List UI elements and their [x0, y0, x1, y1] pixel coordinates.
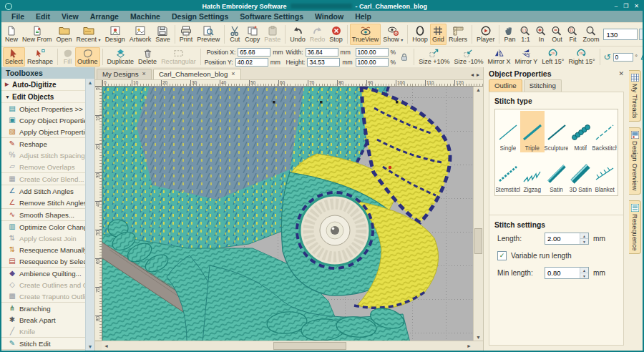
scale-x-input[interactable]	[356, 48, 389, 57]
toolbox-item[interactable]: ▦ Create Color Blend...	[1, 172, 85, 185]
scroll-up-icon[interactable]: ▲	[88, 80, 93, 85]
rotate-angle-input[interactable]	[613, 53, 633, 62]
save-button[interactable]: Save	[153, 24, 172, 45]
toolbox-item[interactable]: ✎ Reshape	[1, 137, 85, 150]
close-tab-icon[interactable]: ×	[142, 71, 146, 77]
width-input[interactable]	[306, 48, 338, 57]
stitch-option-single[interactable]: Single	[496, 111, 520, 152]
toolbox-item[interactable]: ◇ Create Outlines and Of...	[1, 279, 85, 290]
artwork-button[interactable]: Artwork	[127, 24, 154, 45]
new-from-button[interactable]: New From	[20, 24, 54, 45]
rotate-left-15-button[interactable]: 15°Left 15°	[540, 47, 566, 67]
mirror-y-button[interactable]: Mirror Y	[512, 47, 540, 67]
toolbox-item[interactable]: ✱ Break Apart	[1, 314, 85, 326]
lock-proportions-button[interactable]	[397, 47, 411, 67]
close-panel-icon[interactable]: ✕	[618, 70, 624, 77]
grid-button[interactable]: Grid	[430, 24, 447, 45]
outline-button[interactable]: Outline	[75, 47, 100, 67]
toolbox-item[interactable]: ∠ Remove Stitch Angles	[1, 197, 85, 208]
toolbox-item[interactable]: ∿ Smooth Shapes...	[1, 208, 85, 220]
toolbox-item[interactable]: ▥ Optimize Color Chang...	[1, 220, 85, 233]
size-up-button[interactable]: Size +10%	[416, 47, 452, 67]
stitch-option-3d-satin[interactable]: 3D Satin	[568, 152, 592, 194]
toolbox-item[interactable]: % Adjust Stitch Spacing...	[1, 150, 85, 161]
restore-button[interactable]: ❐	[623, 3, 628, 9]
tab-scroll-left-icon[interactable]: ◂	[471, 72, 474, 78]
rectangular-select-button[interactable]: Rectangular	[159, 47, 198, 67]
recent-button[interactable]: Recent ▾	[74, 24, 103, 45]
menu-item[interactable]: Edit	[30, 12, 56, 21]
undo-button[interactable]: Undo	[288, 24, 308, 45]
stitch-option-triple[interactable]: Triple	[520, 111, 545, 152]
duplicate-button[interactable]: Duplicate	[105, 47, 137, 67]
zoom-tool-button[interactable]: Zoom	[580, 24, 601, 45]
reshape-button[interactable]: Reshape	[25, 47, 55, 67]
mirror-x-button[interactable]: Mirror X	[485, 47, 512, 67]
horizontal-scrollbar[interactable]: ◄ ►	[102, 341, 474, 351]
spin-up-icon[interactable]: ▲	[580, 233, 588, 239]
tab-stitching[interactable]: Stitching	[524, 79, 562, 92]
preview-button[interactable]: Preview	[195, 24, 222, 45]
player-button[interactable]: Player	[474, 24, 497, 45]
toolbox-item[interactable]: ▤ Resequence by Selecte...	[1, 255, 85, 267]
length-input[interactable]	[545, 233, 580, 244]
vertical-scrollbar[interactable]: ▲ ▼	[473, 87, 483, 341]
scroll-down-icon[interactable]: ▼	[476, 335, 481, 340]
open-button[interactable]: Open	[54, 24, 74, 45]
menu-item[interactable]: Help	[349, 12, 377, 21]
toolbox-item[interactable]: ▩ Create Trapunto Outlin...	[1, 290, 85, 302]
scroll-right-icon[interactable]: ►	[467, 343, 472, 348]
scroll-left-icon[interactable]: ◄	[104, 343, 109, 348]
trueview-button[interactable]: TrueView	[350, 24, 381, 45]
tab-resequence[interactable]: Resequence	[629, 200, 641, 255]
hoop-button[interactable]: Hoop	[410, 24, 430, 45]
tab-design-overview[interactable]: Design Overview	[629, 127, 641, 194]
new-button[interactable]: New	[3, 24, 20, 45]
stop-button[interactable]: Stop	[327, 24, 345, 45]
cut-button[interactable]: Cut	[227, 24, 243, 45]
scale-y-input[interactable]	[356, 58, 389, 67]
zoom-in-button[interactable]: In	[533, 24, 549, 45]
toolbox-item[interactable]: ▨ Apply Object Properties	[1, 126, 85, 137]
tab-scroll-right-icon[interactable]: ▸	[477, 72, 479, 78]
min-length-input[interactable]	[545, 268, 580, 278]
vertical-scroll-thumb[interactable]	[474, 228, 482, 254]
document-tab[interactable]: Carl_Chameleon_blog ×	[153, 69, 241, 79]
menu-item[interactable]: Design Settings	[166, 12, 234, 21]
toolbox-item[interactable]: ∠ Add Stitch Angles	[1, 185, 85, 197]
rulers-button[interactable]: Rulers	[447, 24, 469, 45]
spin-down-icon[interactable]: ▼	[580, 239, 588, 244]
tab-outline[interactable]: Outline	[489, 79, 522, 92]
menu-item[interactable]: View	[56, 12, 84, 21]
menu-item[interactable]: File	[6, 12, 30, 21]
redo-button[interactable]: Redo	[308, 24, 328, 45]
close-tab-icon[interactable]: ×	[231, 71, 235, 77]
minimize-button[interactable]: –	[615, 3, 618, 9]
menu-item[interactable]: Software Settings	[234, 12, 309, 21]
zoom-1to1-button[interactable]: 1:11:1	[517, 24, 533, 45]
toolbox-group-digitize[interactable]: ▶Digitize	[1, 349, 85, 351]
toolbox-item[interactable]: ◆ Ambience Quilting...	[1, 267, 85, 279]
scroll-up-icon[interactable]: ▲	[476, 87, 481, 92]
scroll-down-icon[interactable]: ▼	[88, 344, 93, 349]
toolbox-item[interactable]: ▣ Copy Object Properties	[1, 114, 85, 126]
spin-down-icon[interactable]: ▼	[580, 273, 588, 278]
close-button[interactable]: ✕	[634, 3, 639, 9]
toolbox-item[interactable]: ✎ Stitch Edit	[1, 337, 85, 349]
stitch-option-blanket[interactable]: Blanket	[592, 152, 617, 194]
zoom-out-button[interactable]: Out	[549, 24, 565, 45]
stitch-option-satin[interactable]: Satin	[545, 152, 569, 194]
menu-item[interactable]: Window	[309, 12, 349, 21]
show-button[interactable]: Show ▾	[381, 24, 405, 45]
horizontal-scroll-thumb[interactable]	[273, 342, 346, 350]
design-button[interactable]: Design	[103, 24, 127, 45]
spin-up-icon[interactable]: ▲	[580, 268, 588, 273]
menu-item[interactable]: Arrange	[84, 12, 125, 21]
pan-button[interactable]: Pan	[502, 24, 517, 45]
tab-my-threads[interactable]: My Threads	[629, 70, 641, 122]
height-input[interactable]	[307, 58, 340, 67]
toolbox-group-edit-objects[interactable]: ▼Edit Objects	[1, 91, 85, 103]
stitch-option-backstitch[interactable]: Backstitch	[592, 111, 617, 152]
copy-button[interactable]: Copy	[243, 24, 262, 45]
menu-item[interactable]: Machine	[125, 12, 166, 21]
